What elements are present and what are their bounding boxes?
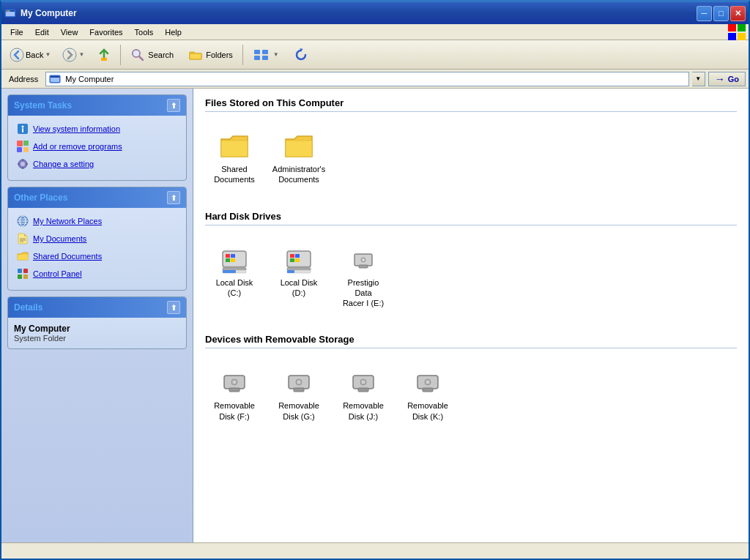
menu-edit[interactable]: Edit xyxy=(29,26,55,38)
removable-j-item[interactable]: RemovableDisk (J:) xyxy=(334,363,393,427)
control-panel-label: Control Panel xyxy=(33,269,82,278)
back-button[interactable]: Back ▼ xyxy=(4,44,56,66)
local-disk-d-label: Local Disk (D:) xyxy=(275,277,323,299)
local-disk-c-icon xyxy=(220,245,249,275)
removable-f-icon xyxy=(220,368,249,397)
svg-rect-25 xyxy=(22,128,23,132)
shared-documents-item[interactable]: SharedDocuments xyxy=(205,127,264,190)
other-places-collapse[interactable]: ⬆ xyxy=(167,191,180,204)
title-bar-left: My Computer xyxy=(4,7,77,19)
address-input[interactable]: My Computer xyxy=(45,72,688,86)
svg-point-85 xyxy=(362,381,365,384)
other-places-header[interactable]: Other Places ⬆ xyxy=(8,187,186,208)
svg-rect-6 xyxy=(728,24,736,31)
network-places-label: My Network Places xyxy=(33,217,102,225)
minimize-button[interactable]: ─ xyxy=(697,6,712,21)
address-dropdown[interactable]: ▼ xyxy=(692,72,705,86)
other-places-panel: Other Places ⬆ My Network Places xyxy=(7,187,187,291)
system-tasks-content: View system information Add or remove pr… xyxy=(8,116,186,180)
removable-g-item[interactable]: RemovableDisk (G:) xyxy=(270,363,328,427)
details-collapse[interactable]: ⬆ xyxy=(167,301,180,314)
menu-file[interactable]: File xyxy=(4,26,29,38)
back-dropdown-icon[interactable]: ▼ xyxy=(45,51,51,58)
toolbar-separator-1 xyxy=(120,45,121,65)
system-tasks-panel: System Tasks ⬆ View system information xyxy=(7,94,187,181)
forward-icon xyxy=(62,48,77,62)
files-section: Files Stored on This Computer SharedDocu… xyxy=(205,97,737,196)
removable-k-icon xyxy=(413,368,442,397)
svg-rect-59 xyxy=(290,254,294,258)
svg-rect-51 xyxy=(226,258,230,262)
menu-view[interactable]: View xyxy=(55,26,84,38)
removable-j-icon xyxy=(349,368,378,397)
network-places-link[interactable]: My Network Places xyxy=(14,214,180,228)
view-system-info-link[interactable]: View system information xyxy=(14,122,180,136)
svg-point-14 xyxy=(133,51,139,56)
svg-rect-56 xyxy=(223,270,236,273)
removable-title: Devices with Removable Storage xyxy=(205,334,737,348)
svg-point-75 xyxy=(233,381,236,384)
maximize-button[interactable]: □ xyxy=(713,6,729,21)
sidebar: System Tasks ⬆ View system information xyxy=(1,89,193,542)
svg-rect-19 xyxy=(262,56,268,60)
removable-k-item[interactable]: RemovableDisk (K:) xyxy=(398,363,457,427)
toolbar-separator-2 xyxy=(242,45,243,65)
svg-rect-34 xyxy=(18,163,20,165)
svg-rect-12 xyxy=(101,58,107,61)
prestigio-item[interactable]: Prestigio DataRacer I (E:) xyxy=(334,240,393,314)
shared-documents-link[interactable]: Shared Documents xyxy=(14,249,180,264)
folders-button[interactable]: Folders xyxy=(182,44,240,66)
add-remove-programs-link[interactable]: Add or remove programs xyxy=(14,139,180,154)
local-disk-d-item[interactable]: Local Disk (D:) xyxy=(270,240,328,314)
forward-dropdown-icon[interactable]: ▼ xyxy=(78,51,84,58)
views-button[interactable]: ▼ xyxy=(246,44,286,66)
svg-point-24 xyxy=(22,126,24,128)
details-header[interactable]: Details ⬆ xyxy=(8,297,186,318)
menu-help[interactable]: Help xyxy=(159,26,188,38)
folders-label: Folders xyxy=(206,51,233,59)
svg-rect-9 xyxy=(738,33,746,40)
control-panel-link[interactable]: Control Panel xyxy=(14,266,180,281)
hard-disks-section: Hard Disk Drives xyxy=(205,211,737,320)
change-setting-label: Change a setting xyxy=(33,160,94,168)
svg-rect-22 xyxy=(51,76,59,78)
up-button[interactable] xyxy=(91,44,117,66)
svg-rect-68 xyxy=(359,265,368,268)
menu-tools[interactable]: Tools xyxy=(129,26,160,38)
removable-grid: RemovableDisk (F:) RemovableDisk (G:) xyxy=(205,357,737,433)
forward-button[interactable]: ▼ xyxy=(57,44,89,66)
svg-rect-33 xyxy=(22,167,23,169)
change-setting-link[interactable]: Change a setting xyxy=(14,157,180,171)
hard-disks-grid: Local Disk (C:) xyxy=(205,234,737,320)
search-button[interactable]: Search xyxy=(124,44,180,66)
menu-favorites[interactable]: Favorites xyxy=(83,26,128,38)
admin-documents-icon xyxy=(284,132,313,161)
svg-rect-62 xyxy=(295,258,300,262)
views-dropdown-icon[interactable]: ▼ xyxy=(273,51,279,58)
system-tasks-header[interactable]: System Tasks ⬆ xyxy=(8,95,186,116)
svg-point-10 xyxy=(10,48,23,61)
files-items-grid: SharedDocuments Administrator'sDocuments xyxy=(205,121,737,196)
system-tasks-title: System Tasks xyxy=(14,100,72,111)
local-disk-c-item[interactable]: Local Disk (C:) xyxy=(205,240,264,314)
content-area: Files Stored on This Computer SharedDocu… xyxy=(193,89,749,542)
main-window: My Computer ─ □ ✕ File Edit View Favorit… xyxy=(0,0,750,560)
go-arrow-icon: → xyxy=(715,73,725,85)
close-button[interactable]: ✕ xyxy=(730,6,746,21)
removable-f-item[interactable]: RemovableDisk (F:) xyxy=(205,363,264,427)
removable-g-label: RemovableDisk (G:) xyxy=(278,400,319,422)
admin-documents-item[interactable]: Administrator'sDocuments xyxy=(270,127,328,190)
toolbar: Back ▼ ▼ Search xyxy=(1,40,749,70)
title-buttons: ─ □ ✕ xyxy=(697,6,746,21)
go-button[interactable]: → Go xyxy=(708,72,746,86)
window-title: My Computer xyxy=(21,8,77,18)
my-documents-link[interactable]: My Documents xyxy=(14,231,180,246)
svg-rect-32 xyxy=(22,159,23,161)
history-button[interactable] xyxy=(287,44,316,66)
svg-rect-50 xyxy=(226,254,230,258)
prestigio-label: Prestigio DataRacer I (E:) xyxy=(339,277,387,309)
svg-rect-54 xyxy=(223,268,246,270)
svg-rect-35 xyxy=(26,163,28,165)
status-bar xyxy=(1,542,749,559)
system-tasks-collapse[interactable]: ⬆ xyxy=(167,99,180,112)
